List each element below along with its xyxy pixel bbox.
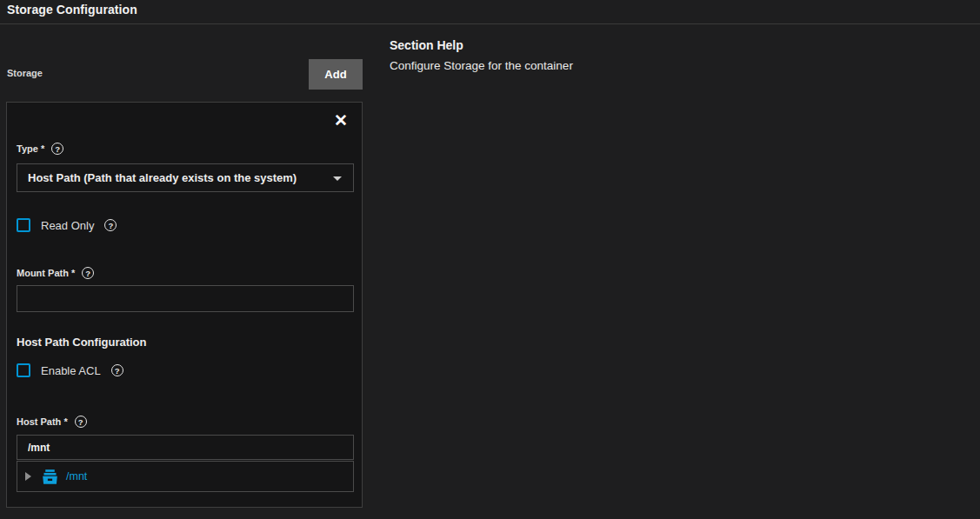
enable-acl-row: Enable ACL ? bbox=[17, 363, 123, 377]
file-tree-item-label: /mnt bbox=[66, 470, 87, 482]
read-only-label: Read Only bbox=[41, 219, 94, 232]
read-only-checkbox[interactable] bbox=[17, 218, 30, 232]
close-icon[interactable]: ✕ bbox=[332, 112, 350, 130]
type-field-label-row: Type * ? bbox=[17, 143, 63, 155]
add-storage-button[interactable]: Add bbox=[309, 59, 363, 90]
mount-path-label: Mount Path * bbox=[17, 268, 75, 278]
page-title: Storage Configuration bbox=[7, 3, 137, 17]
host-path-configuration-heading: Host Path Configuration bbox=[17, 336, 147, 349]
host-path-label: Host Path * bbox=[17, 416, 68, 427]
help-icon[interactable]: ? bbox=[82, 267, 94, 279]
help-icon[interactable]: ? bbox=[51, 143, 63, 155]
read-only-row: Read Only ? bbox=[17, 218, 117, 232]
host-path-input[interactable] bbox=[17, 435, 354, 460]
mount-path-label-row: Mount Path * ? bbox=[17, 267, 94, 279]
help-icon[interactable]: ? bbox=[111, 364, 123, 376]
dataset-icon bbox=[41, 468, 59, 486]
host-path-label-row: Host Path * ? bbox=[17, 416, 87, 428]
storage-item-form-card: ✕ Type * ? Host Path (Path that already … bbox=[6, 102, 363, 508]
section-help-body: Configure Storage for the container bbox=[390, 59, 755, 72]
enable-acl-checkbox[interactable] bbox=[17, 363, 30, 377]
help-icon[interactable]: ? bbox=[75, 416, 87, 428]
expand-arrow-icon[interactable] bbox=[25, 472, 31, 481]
type-select-value: Host Path (Path that already exists on t… bbox=[17, 171, 297, 184]
type-field-label: Type * bbox=[17, 143, 44, 154]
chevron-down-icon bbox=[333, 176, 342, 181]
section-help-title: Section Help bbox=[390, 38, 755, 52]
file-tree-row[interactable]: /mnt bbox=[17, 461, 354, 492]
help-icon[interactable]: ? bbox=[104, 219, 117, 231]
mount-path-input[interactable] bbox=[17, 285, 354, 312]
type-select[interactable]: Host Path (Path that already exists on t… bbox=[17, 163, 354, 192]
header-divider bbox=[0, 23, 980, 24]
section-help-panel: Section Help Configure Storage for the c… bbox=[390, 38, 755, 72]
enable-acl-label: Enable ACL bbox=[41, 364, 101, 377]
storage-field-label: Storage bbox=[7, 68, 43, 78]
storage-configuration-page: Storage Configuration Storage Add Sectio… bbox=[0, 0, 980, 519]
